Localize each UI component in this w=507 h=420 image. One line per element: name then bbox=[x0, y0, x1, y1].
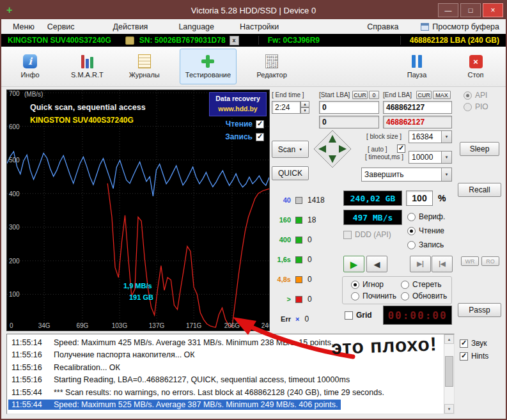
close-button[interactable]: × bbox=[483, 3, 503, 17]
read-checkbox[interactable] bbox=[256, 120, 264, 128]
menu-item-сервис[interactable]: Сервис bbox=[41, 19, 81, 34]
read-legend-label: Чтение bbox=[226, 120, 253, 128]
hints-option[interactable]: Hints bbox=[460, 352, 488, 361]
editor-label: Редактор bbox=[256, 71, 286, 79]
start-test-button[interactable]: ▶ bbox=[343, 256, 364, 272]
auto-checkbox[interactable] bbox=[397, 144, 405, 153]
erase-radio[interactable] bbox=[401, 281, 409, 289]
log-row[interactable]: 11:55:16Recalibration... ОК bbox=[7, 361, 454, 374]
seek-end-button[interactable]: ▶| bbox=[410, 256, 431, 272]
write-radio[interactable] bbox=[407, 241, 416, 249]
verify-radio[interactable] bbox=[407, 213, 416, 221]
grid-option[interactable]: Grid bbox=[345, 311, 372, 320]
mode-remap-option[interactable]: Починить bbox=[351, 292, 396, 300]
toolbar: i Инфо S.M.A.R.T Журналы Тестирование Ре… bbox=[1, 47, 506, 87]
read-radio[interactable] bbox=[407, 227, 416, 235]
read-option[interactable]: Чтение bbox=[407, 226, 444, 235]
menu-item-настройки[interactable]: Настройки bbox=[233, 19, 285, 34]
write-checkbox[interactable] bbox=[256, 133, 264, 141]
smart-button[interactable]: S.M.A.R.T bbox=[65, 49, 109, 84]
end-lba-current: 468862127 bbox=[383, 116, 452, 128]
grid-checkbox[interactable] bbox=[345, 311, 353, 320]
verify-option[interactable]: Вериф. bbox=[407, 212, 445, 221]
end-lba-max-button[interactable]: MAX bbox=[433, 91, 451, 99]
start-lba-cur-button[interactable]: CUR bbox=[352, 91, 368, 99]
scan-button[interactable]: Scan ▼ bbox=[272, 141, 309, 158]
titlebar[interactable]: + Victoria 5.28 HDD/SSD | Device 0 — □ × bbox=[1, 1, 506, 19]
x-tick-label: 137G bbox=[149, 322, 164, 329]
end-lba-cur-button[interactable]: CUR bbox=[416, 91, 432, 99]
refresh-radio[interactable] bbox=[401, 292, 409, 300]
ignore-radio[interactable] bbox=[351, 281, 359, 289]
stop-button[interactable]: × Стоп bbox=[455, 49, 497, 84]
api-option[interactable]: API bbox=[464, 91, 487, 100]
stat-bucket-label: 4,8s bbox=[273, 276, 291, 283]
test-button[interactable]: Тестирование bbox=[180, 49, 237, 84]
end-lba-input[interactable]: 468862127 bbox=[383, 101, 452, 114]
logs-button[interactable]: Журналы bbox=[123, 49, 166, 84]
serial-clear-button[interactable]: x bbox=[230, 36, 239, 45]
menu-item-справка[interactable]: Справка bbox=[361, 19, 405, 34]
remap-radio[interactable] bbox=[351, 292, 359, 300]
minimize-button[interactable]: — bbox=[438, 3, 458, 17]
menu-item-действия[interactable]: Действия bbox=[107, 19, 155, 34]
pio-radio[interactable] bbox=[464, 103, 472, 111]
passport-button[interactable]: Passp bbox=[458, 303, 501, 317]
window-buttons: — □ × bbox=[438, 3, 503, 17]
block-size-select[interactable]: 16384 ▼ bbox=[409, 130, 452, 143]
log-row-content: 11:55:44Speed: Maximum 525 MB/s. Average… bbox=[8, 400, 341, 410]
ro-button[interactable]: RO bbox=[481, 256, 499, 266]
menu-item-меню[interactable]: Меню bbox=[6, 19, 41, 34]
sleep-button[interactable]: Sleep bbox=[460, 142, 499, 156]
stat-bucket-label: 160 bbox=[273, 216, 291, 224]
seek-start-button[interactable]: |◀ bbox=[432, 256, 453, 272]
sound-option[interactable]: Звук bbox=[460, 339, 487, 348]
buffer-view-button[interactable]: Просмотр буфера bbox=[421, 22, 499, 31]
maximize-button[interactable]: □ bbox=[460, 3, 481, 17]
ddd-checkbox[interactable] bbox=[343, 231, 352, 239]
log-row[interactable]: 11:55:44*** Scan results: no warnings, n… bbox=[7, 386, 454, 399]
log-scrollbar[interactable]: ▲ ▼ bbox=[444, 334, 454, 414]
spin-up-icon[interactable]: ▲ bbox=[300, 101, 309, 107]
spin-down-icon[interactable]: ▼ bbox=[300, 107, 309, 114]
graph-subtitle: KINGSTON SUV400S37240G bbox=[30, 116, 134, 125]
scanned-size-display: 240,02 GB bbox=[343, 191, 402, 206]
min-speed-annotation: 1,9 MB/s bbox=[123, 282, 152, 290]
hints-label: Hints bbox=[471, 352, 488, 361]
editor-button[interactable]: Редактор bbox=[251, 49, 293, 84]
log-row[interactable]: 11:55:16Starting Reading, LBA=0..4688621… bbox=[7, 374, 454, 387]
info-button[interactable]: i Инфо bbox=[9, 49, 51, 84]
wr-button[interactable]: WR bbox=[461, 256, 479, 266]
write-option[interactable]: Запись bbox=[407, 240, 444, 249]
log-row[interactable]: 11:55:44Speed: Maximum 525 MB/s. Average… bbox=[7, 399, 454, 412]
scrollbar-thumb[interactable] bbox=[445, 356, 453, 387]
mode-erase-option[interactable]: Стереть bbox=[401, 280, 441, 289]
stat-err-icon: × bbox=[295, 316, 299, 323]
hints-checkbox[interactable] bbox=[460, 352, 468, 361]
step-back-button[interactable]: ◀ bbox=[366, 256, 387, 272]
start-lba-zero-button[interactable]: 0 bbox=[369, 91, 379, 99]
ddd-option[interactable]: DDD (API) bbox=[343, 230, 391, 239]
menu-item-language[interactable]: Language bbox=[172, 19, 221, 34]
x-tick-label: 171G bbox=[186, 322, 201, 329]
recall-button[interactable]: Recall bbox=[458, 183, 501, 197]
mode-ignore-option[interactable]: Игнор bbox=[351, 280, 384, 289]
scan-dropdown-icon: ▼ bbox=[299, 148, 302, 152]
speed-graph[interactable]: (MB/s) Quick scan, sequential access KIN… bbox=[6, 89, 270, 331]
play-icon: ▶ bbox=[350, 260, 358, 269]
scroll-down-icon[interactable]: ▼ bbox=[444, 404, 454, 414]
sound-checkbox[interactable] bbox=[460, 339, 468, 348]
nav-pad[interactable] bbox=[313, 129, 352, 169]
api-radio[interactable] bbox=[464, 91, 472, 100]
end-time-spinner[interactable]: 2:24 bbox=[272, 101, 300, 114]
timeout-select[interactable]: 10000 ▼ bbox=[409, 151, 452, 164]
stat-count: 0 bbox=[308, 275, 312, 284]
start-lba-input[interactable]: 0 bbox=[319, 101, 379, 114]
pio-option[interactable]: PIO bbox=[464, 102, 488, 111]
pause-button[interactable]: Пауза bbox=[396, 49, 438, 84]
mode-refresh-option[interactable]: Обновить bbox=[401, 292, 447, 300]
quick-button[interactable]: QUICK bbox=[272, 166, 309, 180]
scroll-up-icon[interactable]: ▲ bbox=[444, 334, 454, 344]
after-action-select[interactable]: Завершить ▼ bbox=[361, 167, 452, 182]
log-message: Starting Reading, LBA=0..468862127, QUIC… bbox=[54, 375, 350, 384]
